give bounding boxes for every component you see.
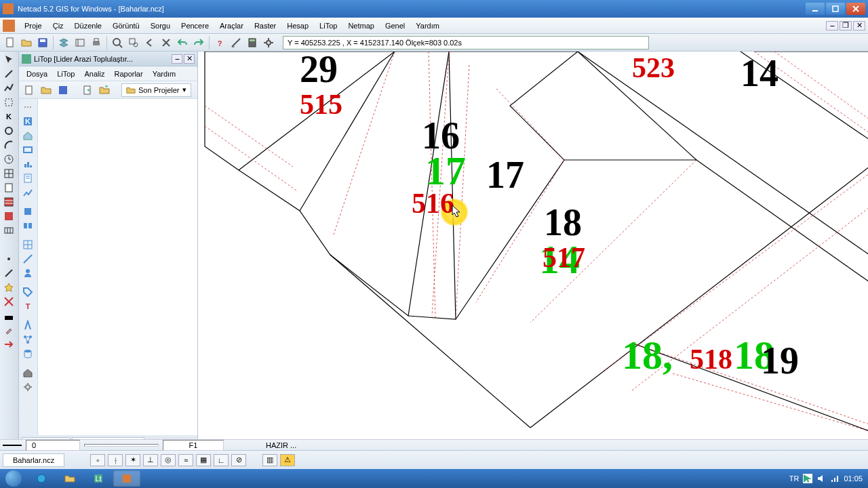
- panel-close-button[interactable]: ✕: [184, 54, 195, 64]
- litop-menu-raporlar[interactable]: Raporlar: [109, 68, 147, 79]
- polyline-tool[interactable]: [1, 81, 16, 95]
- ortho-button[interactable]: ▥: [262, 454, 277, 466]
- taskbar-litop[interactable]: Lt: [85, 470, 112, 487]
- window-minimize-button[interactable]: [806, 3, 825, 15]
- litop-export-button[interactable]: [80, 83, 95, 98]
- window-maximize-button[interactable]: [826, 3, 845, 15]
- litop-vt-road[interactable]: [20, 319, 35, 332]
- litop-vt-parcel[interactable]: [20, 143, 35, 157]
- undo-button[interactable]: [175, 35, 190, 50]
- settings-button[interactable]: [261, 35, 276, 50]
- clock-tool[interactable]: [1, 152, 16, 166]
- arrow-tool[interactable]: [1, 338, 16, 351]
- mdi-minimize-button[interactable]: ‒: [826, 21, 838, 30]
- box-tool[interactable]: K: [1, 110, 16, 123]
- print-button[interactable]: [89, 35, 104, 50]
- references-button[interactable]: [73, 35, 87, 50]
- grid-tool[interactable]: [1, 167, 16, 180]
- table-tool[interactable]: [1, 224, 16, 237]
- tray-clock[interactable]: 01:05: [844, 474, 863, 483]
- save-button[interactable]: [35, 35, 50, 50]
- warn-button[interactable]: ⚠: [280, 454, 295, 466]
- snap-grid-button[interactable]: ▦: [196, 454, 211, 466]
- paint-tool[interactable]: [1, 323, 16, 337]
- select-tool[interactable]: [1, 96, 16, 109]
- pointer-tool[interactable]: [1, 53, 16, 66]
- litop-vt-owner[interactable]: [20, 266, 35, 280]
- menu-netmap[interactable]: Netmap: [342, 20, 380, 32]
- litop-vt-measure[interactable]: [20, 252, 35, 266]
- circle-tool[interactable]: [1, 124, 16, 138]
- menu-yardim[interactable]: Yardım: [410, 20, 445, 32]
- calculator-button[interactable]: [245, 35, 260, 50]
- tray-network-icon[interactable]: [830, 474, 840, 483]
- snap-axis-button[interactable]: ∟: [214, 454, 229, 466]
- menu-pencere[interactable]: Pencere: [176, 20, 214, 32]
- menu-genel[interactable]: Genel: [380, 20, 410, 32]
- zoom-extents-button[interactable]: [110, 35, 125, 50]
- segment-tool[interactable]: [1, 266, 16, 280]
- fill-tool[interactable]: [1, 209, 16, 223]
- litop-tree-area[interactable]: [38, 99, 197, 435]
- litop-vt-tag[interactable]: [20, 285, 35, 299]
- arc-tool[interactable]: [1, 138, 16, 152]
- zoom-window-button[interactable]: [126, 35, 141, 50]
- menu-proje[interactable]: Proje: [19, 20, 47, 32]
- litop-menu-litop[interactable]: LiTop: [52, 68, 79, 79]
- litop-import-button[interactable]: [97, 83, 112, 98]
- taskbar-ie[interactable]: [28, 470, 55, 487]
- litop-vt-house[interactable]: [20, 129, 35, 142]
- page-tool[interactable]: [1, 181, 16, 195]
- panel-minimize-button[interactable]: ‒: [172, 54, 182, 64]
- snap-off-button[interactable]: ⊘: [231, 454, 246, 466]
- menu-sorgu[interactable]: Sorgu: [145, 20, 176, 32]
- measure-button[interactable]: [229, 35, 243, 50]
- tray-lang[interactable]: TR: [789, 474, 800, 483]
- litop-vt-split[interactable]: [20, 219, 35, 232]
- litop-vt-text[interactable]: T: [20, 300, 35, 313]
- color-tool[interactable]: [1, 309, 16, 323]
- help-button[interactable]: ?: [212, 35, 227, 50]
- zoom-previous-button[interactable]: [142, 35, 157, 50]
- menu-araclar[interactable]: Araçlar: [214, 20, 249, 32]
- redo-button[interactable]: [191, 35, 206, 50]
- tray-volume-icon[interactable]: [816, 474, 826, 483]
- mdi-close-button[interactable]: ✕: [853, 21, 865, 30]
- cross-tool[interactable]: [1, 295, 16, 308]
- document-tab[interactable]: Baharlar.ncz: [3, 453, 64, 467]
- layers-button[interactable]: [56, 35, 71, 50]
- litop-open-button[interactable]: [39, 83, 54, 98]
- window-close-button[interactable]: [846, 3, 865, 15]
- menu-ciz[interactable]: Çiz: [47, 20, 69, 32]
- litop-vt-block[interactable]: [20, 205, 35, 218]
- litop-save-button[interactable]: [56, 83, 71, 98]
- litop-vt-network[interactable]: [20, 333, 35, 346]
- menu-hesap[interactable]: Hesap: [281, 20, 314, 32]
- litop-menu-analiz[interactable]: Analiz: [79, 68, 109, 79]
- drawing-canvas[interactable]: 29 515 16 17 17 516 18 14 517 523 14 18,…: [198, 52, 868, 450]
- litop-vt-chart[interactable]: [20, 157, 35, 171]
- line-tool[interactable]: [1, 67, 16, 81]
- point-tool[interactable]: [1, 252, 16, 266]
- snap-endpoint-button[interactable]: ▫: [90, 454, 105, 466]
- snap-near-button[interactable]: ≈: [178, 454, 193, 466]
- litop-vt-home[interactable]: [20, 366, 35, 380]
- start-button[interactable]: [0, 469, 27, 488]
- litop-vt-grid[interactable]: [20, 238, 35, 251]
- litop-new-button[interactable]: [22, 83, 37, 98]
- hatch-tool[interactable]: [1, 195, 16, 209]
- menu-raster[interactable]: Raster: [249, 20, 281, 32]
- litop-vt-k[interactable]: K: [20, 115, 35, 128]
- menu-duzenle[interactable]: Düzenle: [69, 20, 107, 32]
- litop-vt-chart2[interactable]: [20, 186, 35, 199]
- star-tool[interactable]: [1, 281, 16, 294]
- litop-vt-db[interactable]: [20, 347, 35, 361]
- snap-mid-button[interactable]: ⟊: [108, 454, 123, 466]
- menu-litop[interactable]: LiTop: [314, 20, 342, 32]
- litop-vt-grip[interactable]: [20, 100, 35, 114]
- cut-button[interactable]: [159, 35, 174, 50]
- litop-vt-settings[interactable]: [20, 380, 35, 394]
- litop-menu-dosya[interactable]: Dosya: [22, 68, 52, 79]
- recent-projects-dropdown[interactable]: Son Projeler ▾: [121, 83, 191, 97]
- mdi-restore-button[interactable]: ❐: [840, 21, 852, 30]
